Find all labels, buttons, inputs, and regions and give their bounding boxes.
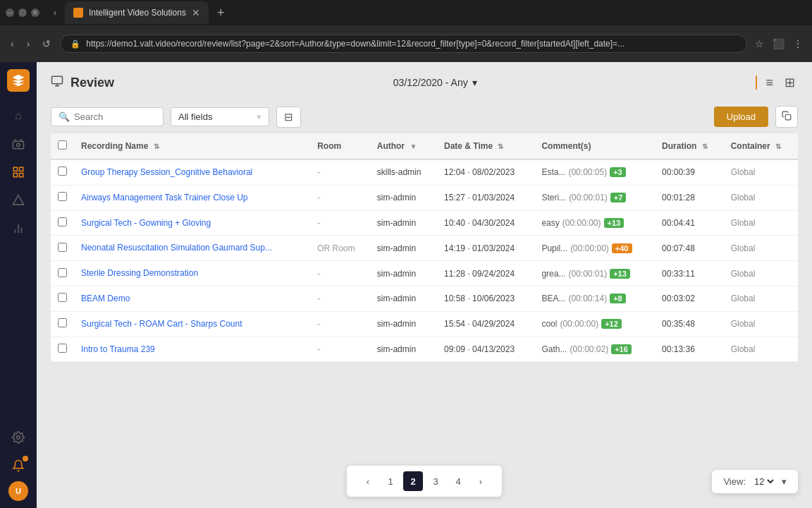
comment-cell-0: Esta... (00:00:05) +3 <box>534 159 655 185</box>
comment-text-7: Gath... <box>541 344 567 354</box>
recording-name-3[interactable]: Neonatal Resuscitation Simulation Gaumar… <box>81 242 303 254</box>
pagination-area: ‹ 1 2 3 4 › View: 12 24 48 ▾ <box>37 454 812 508</box>
field-dropdown[interactable]: All fields <box>178 111 252 122</box>
page-title-icon <box>51 75 63 90</box>
svg-rect-5 <box>20 174 23 177</box>
date-filter-button[interactable]: 03/12/2020 - Any ▾ <box>388 74 483 91</box>
tab-prev-arrow[interactable]: ‹ <box>49 5 61 20</box>
col-duration[interactable]: Duration ⇅ <box>655 133 724 159</box>
table-row: Group Therapy Session_Cognitive Behavior… <box>51 159 798 185</box>
col-datetime[interactable]: Date & Time ⇅ <box>437 133 534 159</box>
copy-button[interactable] <box>775 106 798 128</box>
grid-view-button[interactable]: ⊞ <box>782 72 798 93</box>
comment-plus-1: +7 <box>610 193 627 202</box>
menu-icon[interactable]: ⋮ <box>791 36 805 52</box>
maximize-button[interactable]: □ <box>18 8 27 17</box>
close-button[interactable]: ✕ <box>31 8 39 17</box>
sort-icon-author: ▼ <box>410 143 417 150</box>
prev-page-button[interactable]: ‹ <box>358 471 378 491</box>
page-3-button[interactable]: 3 <box>426 471 445 491</box>
tab-close-button[interactable]: ✕ <box>192 7 200 18</box>
search-box[interactable]: 🔍 <box>51 107 164 126</box>
row-checkbox-2[interactable] <box>58 217 67 226</box>
row-checkbox-5[interactable] <box>58 293 67 302</box>
recording-name-2[interactable]: Surgical Tech - Gowning + Gloving <box>81 217 303 229</box>
svg-marker-6 <box>13 195 24 205</box>
row-checkbox-6[interactable] <box>58 318 67 327</box>
recording-name-4[interactable]: Sterile Dressing Demonstration <box>81 267 303 279</box>
table-container: Recording Name ⇅ Room Author ▼ Date & Ti… <box>37 133 812 454</box>
forward-button[interactable]: › <box>23 35 34 52</box>
upload-button[interactable]: Upload <box>714 107 768 127</box>
new-tab-button[interactable]: + <box>213 6 229 20</box>
date-filter-chevron: ▾ <box>472 77 477 88</box>
minimize-button[interactable]: ─ <box>6 8 14 17</box>
comment-plus-2: +13 <box>604 218 625 228</box>
row-checkbox-4[interactable] <box>58 268 67 277</box>
datetime-cell-0: 12:04 · 08/02/2023 <box>437 159 534 185</box>
extensions-icon[interactable]: ⬛ <box>770 36 787 52</box>
row-checkbox-7[interactable] <box>58 344 67 353</box>
comment-time-4: (00:00:01) <box>568 269 607 279</box>
col-author[interactable]: Author ▼ <box>370 133 437 159</box>
browser-controls: ‹ › ↺ 🔒 https://demo1.valt.video/record/… <box>0 25 812 62</box>
page-4-button[interactable]: 4 <box>448 471 468 491</box>
comment-time-0: (00:00:05) <box>568 167 607 177</box>
row-checkbox-1[interactable] <box>58 192 67 201</box>
sort-icon-duration: ⇅ <box>702 143 708 150</box>
sidebar-item-notifications[interactable] <box>6 453 31 478</box>
recordings-table: Recording Name ⇅ Room Author ▼ Date & Ti… <box>51 133 798 362</box>
author-cell-4: sim-admin <box>370 261 437 286</box>
duration-cell-2: 00:04:41 <box>655 210 724 236</box>
sidebar-item-analytics[interactable] <box>6 188 31 213</box>
sidebar-item-settings[interactable] <box>6 425 31 450</box>
bookmark-icon[interactable]: ☆ <box>753 36 766 52</box>
duration-cell-1: 00:01:28 <box>655 185 724 210</box>
back-button[interactable]: ‹ <box>7 35 18 52</box>
field-select[interactable]: All fields ▾ <box>171 107 269 126</box>
datetime-cell-2: 10:40 · 04/30/2024 <box>437 210 534 236</box>
address-bar[interactable]: 🔒 https://demo1.valt.video/record/review… <box>60 35 747 53</box>
sidebar-item-records[interactable] <box>6 159 31 185</box>
svg-point-1 <box>17 143 20 147</box>
sidebar-item-camera[interactable] <box>6 131 31 157</box>
avatar[interactable]: U <box>8 481 28 501</box>
room-cell-6: - <box>310 311 370 337</box>
row-checkbox-0[interactable] <box>58 167 67 176</box>
refresh-button[interactable]: ↺ <box>39 35 54 52</box>
pagination: ‹ 1 2 3 4 › <box>347 466 502 497</box>
datetime-cell-6: 15:54 · 04/29/2024 <box>437 311 534 337</box>
col-recording-name[interactable]: Recording Name ⇅ <box>74 133 310 159</box>
page-1-button[interactable]: 1 <box>381 471 400 491</box>
row-checkbox-3[interactable] <box>58 243 67 252</box>
comment-time-6: (00:00:00) <box>560 319 598 329</box>
active-tab[interactable]: Intelligent Video Solutions ✕ <box>65 1 209 24</box>
select-all-checkbox[interactable] <box>58 140 67 150</box>
container-cell-0: Global <box>724 159 798 185</box>
svg-rect-2 <box>13 167 17 171</box>
room-cell-3: OR Room <box>310 236 370 261</box>
room-cell-1: - <box>310 185 370 210</box>
recording-name-0[interactable]: Group Therapy Session_Cognitive Behavior… <box>81 167 303 179</box>
comment-time-3: (00:00:00) <box>570 243 609 253</box>
recording-name-5[interactable]: BEAM Demo <box>81 293 303 305</box>
comment-text-0: Esta... <box>541 167 565 177</box>
list-view-button[interactable]: ≡ <box>763 73 776 93</box>
comment-cell-2: easy (00:00:00) +13 <box>534 210 655 236</box>
page-2-button[interactable]: 2 <box>403 471 423 491</box>
recording-name-6[interactable]: Surgical Tech - ROAM Cart - Sharps Count <box>81 318 303 330</box>
sidebar-logo <box>7 69 30 92</box>
recording-name-7[interactable]: Intro to Trauma 239 <box>81 344 303 356</box>
notification-dot <box>23 456 28 461</box>
sidebar-item-home[interactable]: ⌂ <box>6 103 31 128</box>
filter-button[interactable]: ⊟ <box>276 107 301 128</box>
container-cell-2: Global <box>724 210 798 236</box>
search-input[interactable] <box>74 111 144 122</box>
sidebar-item-chart[interactable] <box>6 216 31 241</box>
table-row: Intro to Trauma 239 - sim-admin 09:09 · … <box>51 337 798 362</box>
next-page-button[interactable]: › <box>471 471 491 491</box>
col-container[interactable]: Container ⇅ <box>724 133 798 159</box>
recording-name-1[interactable]: Airways Management Task Trainer Close Up <box>81 192 303 204</box>
author-cell-1: sim-admin <box>370 185 437 210</box>
view-dropdown[interactable]: 12 24 48 <box>751 476 776 488</box>
